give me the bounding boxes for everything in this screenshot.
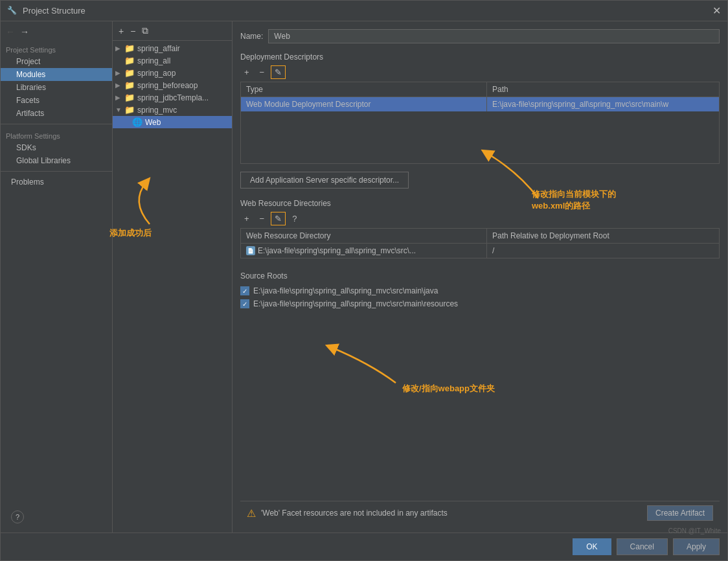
dd-add-button[interactable]: + — [240, 65, 253, 79]
add-descriptor-button[interactable]: Add Application Server specific descript… — [240, 172, 409, 189]
name-label: Name: — [240, 32, 263, 41]
apply-button[interactable]: Apply — [673, 538, 720, 555]
source-row-0: E:\java-file\spring\spring_all\spring_mv… — [240, 284, 720, 297]
close-button[interactable]: ✕ — [712, 6, 721, 16]
folder-icon: 📁 — [124, 80, 135, 90]
dd-path-cell: E:\java-file\spring\spring_all\spring_mv… — [487, 97, 719, 111]
arrow-icon — [115, 57, 123, 64]
dd-type-cell: Web Module Deployment Descriptor — [241, 97, 487, 111]
tree-item-spring-affair[interactable]: ▶ 📁 spring_affair — [113, 42, 232, 54]
right-panel: Name: Deployment Descriptors + − ✎ Type … — [233, 21, 727, 532]
source-path-0: E:\java-file\spring\spring_all\spring_mv… — [253, 286, 438, 295]
source-checkbox-1[interactable] — [240, 299, 249, 308]
sidebar-item-modules[interactable]: Modules — [1, 68, 112, 81]
dd-type-header: Type — [241, 82, 487, 97]
warning-text: 'Web' Facet resources are not included i… — [261, 509, 642, 518]
window-icon: 🔧 — [7, 6, 17, 16]
tree-item-web[interactable]: 🌐 Web — [113, 116, 232, 128]
title-bar: 🔧 Project Structure ✕ — [1, 1, 727, 21]
sidebar-item-libraries[interactable]: Libraries — [1, 81, 112, 94]
sidebar-divider2 — [1, 171, 112, 172]
web-resource-section: Web Resource Directories + − ✎ ? Web Res… — [240, 199, 720, 264]
source-checkbox-0[interactable] — [240, 286, 249, 295]
dd-remove-button[interactable]: − — [256, 65, 269, 79]
tree-remove-button[interactable]: − — [128, 25, 137, 37]
dd-empty-area — [241, 111, 719, 163]
arrow-icon: ▶ — [115, 82, 123, 89]
wr-toolbar: + − ✎ ? — [240, 212, 720, 225]
tree-panel: + − ⧉ ▶ 📁 spring_affair 📁 spring_all ▶ 📁 — [113, 21, 233, 532]
warning-icon: ⚠ — [247, 507, 256, 520]
sidebar-item-sdks[interactable]: SDKs — [1, 141, 112, 154]
arrow-icon: ▶ — [115, 94, 123, 101]
deployment-descriptors-title: Deployment Descriptors — [240, 52, 720, 62]
tree-item-spring-jdbctemplate[interactable]: ▶ 📁 spring_jdbcTempla... — [113, 91, 232, 104]
source-path-1: E:\java-file\spring\spring_all\spring_mv… — [253, 299, 458, 308]
folder-icon: 📁 — [124, 93, 135, 102]
arrow-icon: ▶ — [115, 69, 123, 76]
web-module-icon: 🌐 — [132, 117, 142, 127]
arrow-icon: ▼ — [115, 106, 123, 113]
bottom-bar: OK Cancel Apply — [1, 532, 727, 560]
forward-arrow[interactable]: → — [20, 27, 29, 37]
wr-dir-cell: 📄 E:\java-file\spring\spring_all\spring_… — [241, 244, 487, 258]
sidebar-item-project[interactable]: Project — [1, 55, 112, 68]
dd-edit-button[interactable]: ✎ — [271, 65, 286, 79]
dd-table: Type Path Web Module Deployment Descript… — [240, 82, 720, 164]
back-arrow[interactable]: ← — [6, 27, 15, 37]
wr-table-header: Web Resource Directory Path Relative to … — [241, 229, 719, 244]
window-title: Project Structure — [23, 6, 712, 16]
wr-table: Web Resource Directory Path Relative to … — [240, 228, 720, 258]
dd-table-header: Type Path — [241, 82, 719, 97]
tree-item-spring-aop[interactable]: ▶ 📁 spring_aop — [113, 67, 232, 79]
folder-icon: 📁 — [124, 56, 135, 65]
cancel-button[interactable]: Cancel — [617, 538, 668, 555]
platform-settings-label: Platform Settings — [1, 128, 112, 141]
sidebar-divider — [1, 124, 112, 124]
source-row-1: E:\java-file\spring\spring_all\spring_mv… — [240, 297, 720, 310]
sidebar-item-facets[interactable]: Facets — [1, 94, 112, 107]
tree-content: ▶ 📁 spring_affair 📁 spring_all ▶ 📁 sprin… — [113, 41, 232, 532]
ok-button[interactable]: OK — [573, 538, 611, 555]
tree-item-spring-all[interactable]: 📁 spring_all — [113, 54, 232, 67]
warning-bar: ⚠ 'Web' Facet resources are not included… — [240, 501, 720, 525]
sidebar-item-problems[interactable]: Problems — [1, 176, 112, 189]
wr-add-button[interactable]: + — [240, 212, 253, 225]
sidebar: ← → Project Settings Project Modules Lib… — [1, 21, 113, 532]
wr-edit-button[interactable]: ✎ — [271, 212, 286, 225]
sidebar-item-artifacts[interactable]: Artifacts — [1, 107, 112, 120]
dd-path-header: Path — [487, 82, 719, 97]
project-settings-label: Project Settings — [1, 42, 112, 55]
name-row: Name: — [240, 29, 720, 43]
sidebar-item-global-libraries[interactable]: Global Libraries — [1, 154, 112, 167]
tree-item-spring-beforeaop[interactable]: ▶ 📁 spring_beforeaop — [113, 79, 232, 91]
folder-icon: 📁 — [124, 68, 135, 78]
dir-icon: 📄 — [246, 246, 255, 255]
folder-icon: 📁 — [124, 43, 135, 53]
tree-copy-button[interactable]: ⧉ — [140, 25, 150, 37]
wr-remove-button[interactable]: − — [256, 212, 269, 225]
source-roots-section: Source Roots E:\java-file\spring\spring_… — [240, 271, 720, 310]
deployment-descriptors-section: Deployment Descriptors + − ✎ Type Path W… — [240, 52, 720, 199]
create-artifact-button[interactable]: Create Artifact — [647, 505, 713, 521]
wr-table-row[interactable]: 📄 E:\java-file\spring\spring_all\spring_… — [241, 244, 719, 258]
folder-icon: 📁 — [124, 105, 135, 115]
name-input[interactable] — [268, 29, 720, 43]
arrow-icon: ▶ — [115, 45, 123, 52]
nav-arrows: ← → — [1, 24, 112, 40]
wr-rel-cell: / — [487, 244, 719, 258]
wr-rel-header: Path Relative to Deployment Root — [487, 229, 719, 243]
help-button[interactable]: ? — [11, 510, 24, 523]
tree-item-spring-mvc[interactable]: ▼ 📁 spring_mvc — [113, 104, 232, 116]
dd-toolbar: + − ✎ — [240, 65, 720, 79]
arrow-icon — [123, 119, 131, 126]
dd-table-row[interactable]: Web Module Deployment Descriptor E:\java… — [241, 97, 719, 111]
web-resource-title: Web Resource Directories — [240, 199, 720, 208]
wr-dir-header: Web Resource Directory — [241, 229, 487, 243]
tree-toolbar: + − ⧉ — [113, 21, 232, 41]
wr-help-button[interactable]: ? — [288, 212, 301, 225]
source-roots-title: Source Roots — [240, 271, 720, 280]
tree-add-button[interactable]: + — [117, 25, 126, 37]
